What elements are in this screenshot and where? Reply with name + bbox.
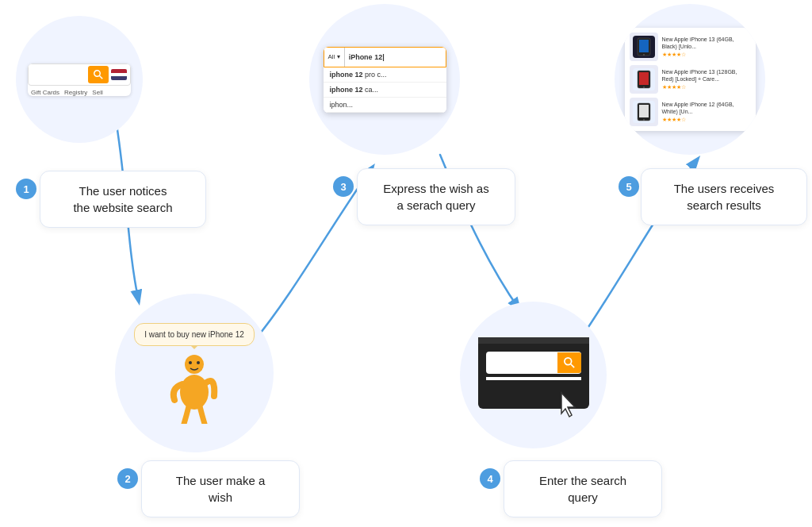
step-1-label: The user noticesthe website search (73, 184, 172, 214)
nav-gift-cards: Gift Cards (31, 89, 59, 96)
step-3-label: Express the wish asa serach query (383, 182, 488, 212)
product-img-2 (630, 65, 658, 94)
circle-2: I want to buy new iPhone 12 (115, 294, 274, 452)
svg-point-17 (197, 361, 200, 364)
ac-input-field: iPhone 12| (345, 53, 446, 61)
arrow-2-3 (254, 167, 373, 341)
results-mock: New Apple iPhone 13 (64GB, Black) [Unlo.… (625, 28, 756, 131)
search-click-container (478, 337, 589, 413)
stars-1: ★★★★☆ (662, 51, 751, 58)
circle-3: All ▾ iPhone 12| iphone 12 pro c... ipho… (309, 4, 460, 155)
circle-4 (460, 302, 607, 448)
nav-links: Gift Cards Registry Sell (28, 86, 131, 96)
svg-point-9 (643, 87, 645, 88)
step-1-desc-box: The user noticesthe website search (40, 171, 206, 228)
step-2-desc-box: The user make awish (141, 460, 300, 517)
step-4-number: 4 (480, 468, 500, 489)
product-img-3 (630, 98, 658, 126)
thought-text: I want to buy new iPhone 12 (144, 330, 244, 339)
step-5-label: The users receivessearch results (674, 182, 775, 212)
suggestion-1: iphone 12 pro c... (324, 67, 446, 83)
svg-point-16 (189, 361, 192, 364)
svg-rect-12 (639, 105, 649, 117)
step-3-number: 3 (333, 176, 354, 197)
stars-3: ★★★★☆ (662, 116, 751, 123)
search-button-icon (88, 66, 109, 83)
step-4-desc-box: Enter the searchquery (504, 460, 662, 517)
circle-5: New Apple iPhone 13 (64GB, Black) [Unlo.… (615, 4, 765, 155)
person-area: I want to buy new iPhone 12 (134, 323, 255, 424)
result-item-2: New Apple iPhone 13 (128GB, Red) [Locked… (630, 65, 751, 94)
svg-point-13 (643, 119, 645, 121)
svg-rect-4 (639, 40, 649, 52)
svg-point-5 (643, 54, 645, 56)
svg-point-14 (185, 355, 204, 374)
step-4-label: Enter the searchquery (539, 474, 626, 504)
step-5-number: 5 (619, 176, 639, 197)
suggestion-2: iphone 12 ca... (324, 83, 446, 98)
ac-category: All ▾ (324, 48, 345, 67)
result-text-3: New Apple iPhone 12 (64GB, White) [Un...… (662, 101, 751, 123)
result-text-2: New Apple iPhone 13 (128GB, Red) [Locked… (662, 68, 751, 90)
person-figure (167, 352, 222, 424)
mock-search-row (486, 352, 581, 374)
flag-icon (111, 69, 127, 80)
mock-search-btn (557, 352, 581, 373)
svg-point-15 (180, 375, 209, 410)
cursor-icon (557, 391, 581, 425)
autocomplete-mock: All ▾ iPhone 12| iphone 12 pro c... ipho… (324, 47, 446, 113)
search-input-area (32, 64, 88, 85)
circle-1: Gift Cards Registry Sell (16, 16, 143, 143)
diagram: Gift Cards Registry Sell 1 The user noti… (0, 0, 812, 527)
svg-line-19 (570, 364, 573, 367)
step-2-label: The user make awish (176, 474, 266, 504)
result-item-1: New Apple iPhone 13 (64GB, Black) [Unlo.… (630, 33, 751, 61)
stars-2: ★★★★☆ (662, 83, 751, 90)
nav-registry: Registry (64, 89, 87, 96)
nav-sell: Sell (92, 89, 102, 96)
step-5-desc-box: The users receivessearch results (641, 168, 807, 225)
svg-line-1 (100, 75, 103, 79)
product-img-1 (630, 33, 658, 61)
step-1-number: 1 (16, 179, 36, 199)
thought-bubble: I want to buy new iPhone 12 (134, 323, 255, 346)
svg-point-18 (564, 358, 571, 365)
step-3-desc-box: Express the wish asa serach query (357, 168, 515, 225)
search-bar-mock: Gift Cards Registry Sell (28, 63, 131, 96)
suggestion-3: iphon... (324, 98, 446, 113)
svg-point-0 (94, 70, 101, 76)
step-2-number: 2 (117, 468, 138, 489)
result-item-3: New Apple iPhone 12 (64GB, White) [Un...… (630, 98, 751, 126)
result-text-1: New Apple iPhone 13 (64GB, Black) [Unlo.… (662, 36, 751, 58)
svg-rect-8 (639, 72, 649, 85)
